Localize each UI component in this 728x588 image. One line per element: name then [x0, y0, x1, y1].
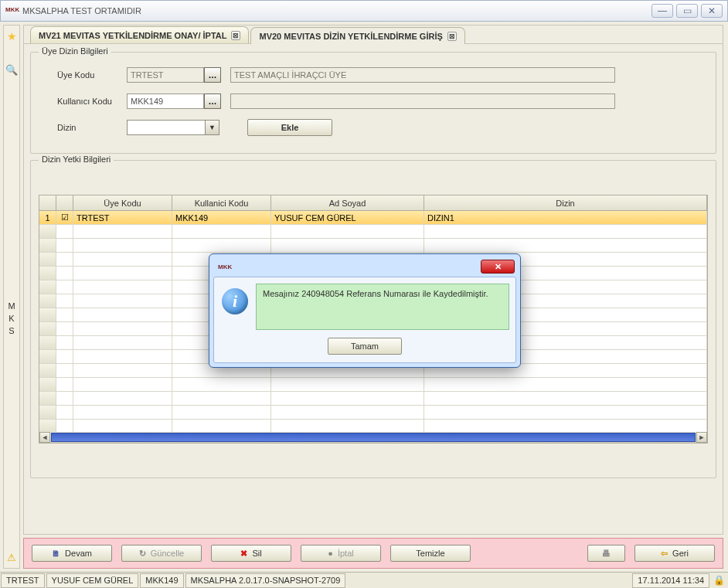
col-check[interactable]: [56, 195, 73, 210]
status-user: YUSUF CEM GÜREL: [46, 573, 139, 588]
cell-uye: TRTEST: [73, 211, 172, 225]
close-icon[interactable]: ⊠: [447, 32, 457, 41]
status-version: MKSALPHA 2.0.17.0-SNAPSHOT-2709: [185, 573, 346, 588]
uyekodu-input[interactable]: [127, 67, 204, 83]
devam-button[interactable]: 🗎 Devam: [32, 545, 112, 562]
ekle-button[interactable]: Ekle: [247, 119, 332, 136]
app-icon: MKK: [5, 6, 18, 15]
scroll-left-icon[interactable]: ◄: [39, 432, 50, 443]
group-uye-dizin: Üye Dizin Bilgileri Üye Kodu … Kullanıcı…: [30, 52, 716, 154]
uyekodu-label: Üye Kodu: [42, 70, 127, 80]
info-icon: i: [222, 288, 248, 314]
scroll-track[interactable]: [51, 433, 696, 442]
tab-mv20[interactable]: MV20 MEVITAS DİZİN YETKİLENDİRME GİRİŞ ⊠: [250, 27, 464, 44]
favorites-icon[interactable]: ★: [4, 25, 19, 47]
tab-label: MV20 MEVITAS DİZİN YETKİLENDİRME GİRİŞ: [259, 32, 442, 41]
action-bar: 🗎 Devam ↻ Güncelle ✖ Sil ● İptal Temizle…: [23, 538, 723, 569]
kulkodu-label: Kullanıcı Kodu: [42, 97, 127, 106]
status-datetime: 17.11.2014 11:34: [632, 573, 709, 588]
table-row[interactable]: [39, 225, 707, 239]
back-icon: ⇦: [661, 549, 668, 559]
uyekodu-lookup-button[interactable]: …: [204, 67, 221, 83]
tab-strip: MV21 MEVITAS YETKİLENDİRME ONAY/ İPTAL ⊠…: [24, 25, 723, 44]
close-button[interactable]: ✕: [701, 4, 723, 18]
status-uye: TRTEST: [1, 573, 45, 588]
guncelle-button[interactable]: ↻ Güncelle: [121, 545, 202, 562]
dialog-message: Mesajınız 240948054 Referans Numarası il…: [256, 284, 509, 330]
button-label: Güncelle: [151, 549, 184, 558]
app-icon: MKK: [218, 263, 232, 270]
cell-ad: YUSUF CEM GÜREL: [271, 211, 424, 225]
dialog-titlebar: MKK ✕: [213, 258, 516, 277]
kulkodu-input[interactable]: [127, 93, 204, 109]
delete-icon: ✖: [240, 549, 247, 559]
uyekodu-desc: [230, 67, 615, 83]
button-label: Tamam: [351, 342, 379, 351]
row-number: 1: [39, 211, 56, 225]
col-adsoyad[interactable]: Ad Soyad: [271, 195, 424, 210]
col-uyekodu[interactable]: Üye Kodu: [73, 195, 172, 210]
print-button[interactable]: 🖶: [587, 545, 625, 562]
window-title: MKSALPHA TEST ORTAMIDIR: [22, 6, 651, 15]
grid-header: Üye Kodu Kullanici Kodu Ad Soyad Dizin: [39, 195, 707, 211]
printer-icon: 🖶: [602, 549, 611, 558]
status-bar: TRTEST YUSUF CEM GÜREL MKK149 MKSALPHA 2…: [0, 572, 728, 588]
button-label: Geri: [672, 549, 689, 558]
document-icon: 🗎: [52, 549, 60, 558]
mks-label: M K S: [8, 300, 15, 337]
grid-hscroll[interactable]: ◄ ►: [39, 432, 707, 443]
button-label: Devam: [65, 549, 92, 558]
row-checkbox[interactable]: ☑: [56, 211, 73, 225]
col-dizin[interactable]: Dizin: [424, 195, 707, 210]
maximize-button[interactable]: ▭: [676, 4, 698, 18]
table-row[interactable]: [39, 239, 707, 253]
cancel-icon: ●: [328, 549, 333, 558]
window-titlebar: MKK MKSALPHA TEST ORTAMIDIR — ▭ ✕: [0, 0, 728, 22]
button-label: Ekle: [281, 123, 299, 132]
close-icon[interactable]: ⊠: [231, 31, 240, 40]
geri-button[interactable]: ⇦ Geri: [634, 545, 715, 562]
refresh-icon: ↻: [139, 549, 146, 559]
button-label: Temizle: [416, 549, 444, 558]
search-icon[interactable]: 🔍: [4, 59, 19, 80]
dizin-label: Dizin: [42, 123, 127, 132]
col-rownum[interactable]: [39, 195, 56, 210]
table-row[interactable]: [39, 378, 707, 392]
dialog-ok-button[interactable]: Tamam: [328, 338, 402, 355]
message-dialog: MKK ✕ i Mesajınız 240948054 Referans Num…: [209, 253, 521, 368]
iptal-button[interactable]: ● İptal: [301, 545, 381, 562]
button-label: Sil: [252, 549, 261, 558]
tab-label: MV21 MEVITAS YETKİLENDİRME ONAY/ İPTAL: [39, 31, 226, 40]
sil-button[interactable]: ✖ Sil: [211, 545, 291, 562]
kulkodu-lookup-button[interactable]: …: [204, 93, 221, 109]
warning-icon[interactable]: ⚠: [7, 552, 16, 563]
group-legend: Dizin Yetki Bilgileri: [39, 155, 114, 164]
kulkodu-desc: [230, 93, 615, 109]
scroll-right-icon[interactable]: ►: [696, 432, 707, 443]
left-toolbar: ★ 🔍 M K S ⚠: [3, 25, 20, 569]
tab-mv21[interactable]: MV21 MEVITAS YETKİLENDİRME ONAY/ İPTAL ⊠: [30, 26, 249, 43]
lock-icon: 🔒: [710, 575, 728, 586]
minimize-button[interactable]: —: [651, 4, 673, 18]
cell-dizin: DIZIN1: [424, 211, 707, 225]
status-code: MKK149: [140, 573, 183, 588]
table-row[interactable]: [39, 420, 707, 432]
temizle-button[interactable]: Temizle: [390, 545, 471, 562]
cell-kul: MKK149: [172, 211, 271, 225]
table-row[interactable]: [39, 392, 707, 406]
chevron-down-icon[interactable]: ▼: [205, 121, 219, 134]
table-row[interactable]: [39, 406, 707, 420]
button-label: İptal: [338, 549, 354, 558]
dialog-close-button[interactable]: ✕: [481, 260, 515, 274]
group-legend: Üye Dizin Bilgileri: [39, 46, 111, 56]
col-kullanici[interactable]: Kullanici Kodu: [172, 195, 271, 210]
dizin-combo[interactable]: ▼: [127, 120, 219, 135]
table-row[interactable]: 1 ☑ TRTEST MKK149 YUSUF CEM GÜREL DIZIN1: [39, 211, 707, 225]
